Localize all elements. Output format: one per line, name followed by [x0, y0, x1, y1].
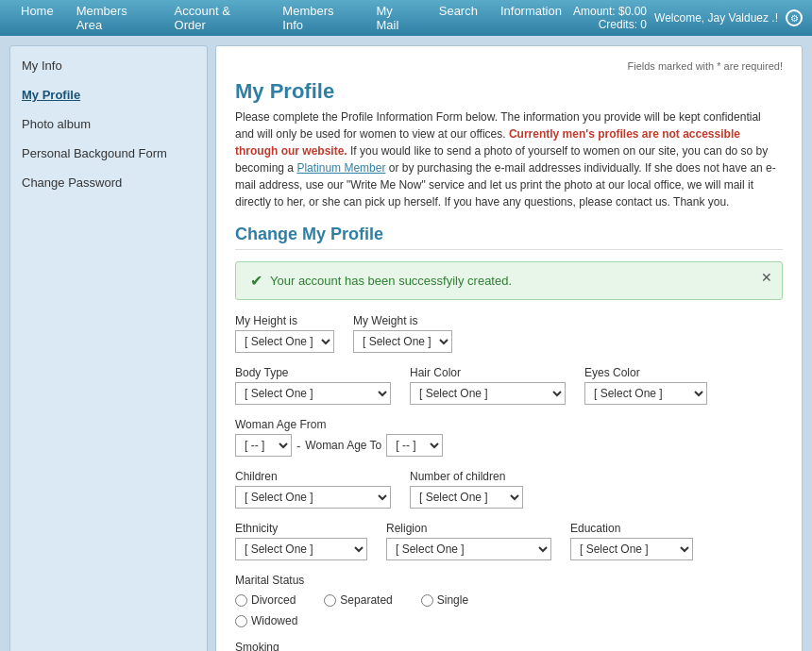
num-children-label: Number of children: [410, 470, 523, 483]
age-range-row: Woman Age From [ -- ] 18202530 35404550 …: [235, 418, 783, 457]
ethnicity-group: Ethnicity [ Select One ] AsianBlackHispa…: [235, 522, 367, 560]
marital-divorced[interactable]: Divorced: [235, 593, 296, 607]
section-title: Change My Profile: [235, 225, 783, 250]
children-group: Children [ Select One ] YesNo: [235, 470, 391, 509]
age-to-select[interactable]: [ -- ] 18202530 35404550: [386, 434, 443, 457]
religion-label: Religion: [386, 522, 551, 535]
success-text: Your account has been successfyily creat…: [270, 274, 512, 288]
nav-my-mail[interactable]: My Mail: [364, 0, 427, 40]
smoking-row: Smoking Yes No Occasionally: [235, 641, 783, 651]
amount-block: Amount: $0.00 Credits: 0: [573, 5, 647, 31]
hair-color-group: Hair Color [ Select One ] BlackBrownBlon…: [410, 366, 566, 405]
marital-widowed-radio[interactable]: [235, 615, 247, 627]
marital-single-radio[interactable]: [421, 594, 433, 607]
required-note: Fields marked with * are required!: [235, 60, 783, 72]
close-button[interactable]: ✕: [761, 270, 772, 285]
marital-status-row: Marital Status Divorced Separated Single…: [235, 574, 783, 627]
marital-radio-row: Divorced Separated Single: [235, 593, 468, 607]
nav-members-area[interactable]: Members Area: [65, 0, 163, 40]
woman-age-from-label: Woman Age From: [235, 418, 443, 431]
height-group: My Height is [ Select One ] 4'0"4'6"5'0"…: [235, 314, 334, 353]
marital-separated-radio[interactable]: [324, 594, 336, 607]
num-children-select[interactable]: [ Select One ] 12345+: [410, 486, 523, 509]
sidebar-item-my-profile[interactable]: My Profile: [10, 80, 207, 109]
settings-icon[interactable]: ⚙: [786, 9, 803, 26]
marital-status-label: Marital Status: [235, 574, 468, 587]
religion-select[interactable]: [ Select One ] ChristianCatholicMuslimJe…: [386, 538, 551, 560]
amount-label: Amount: $0.00: [573, 5, 647, 18]
marital-widowed[interactable]: Widowed: [235, 614, 468, 627]
ethnicity-select[interactable]: [ Select One ] AsianBlackHispanicWhiteOt…: [235, 538, 367, 560]
ethnicity-label: Ethnicity: [235, 522, 367, 535]
height-select[interactable]: [ Select One ] 4'0"4'6"5'0" 5'6"6'0"6'6": [235, 330, 334, 353]
education-group: Education [ Select One ] High SchoolSome…: [570, 522, 693, 560]
page-title: My Profile: [235, 79, 783, 104]
woman-age-to-label: Woman Age To: [305, 439, 381, 452]
main-content: Fields marked with * are required! My Pr…: [215, 45, 803, 651]
highlight-text: Currently men's profiles are not accessi…: [235, 127, 740, 158]
sidebar: My Info My Profile Photo album Personal …: [9, 45, 208, 651]
nav-right: Amount: $0.00 Credits: 0 Welcome, Jay Va…: [573, 5, 803, 31]
education-select[interactable]: [ Select One ] High SchoolSome CollegeBa…: [570, 538, 693, 560]
smoking-label: Smoking: [235, 641, 456, 651]
num-children-group: Number of children [ Select One ] 12345+: [410, 470, 523, 509]
education-label: Education: [570, 522, 693, 535]
eyes-color-group: Eyes Color [ Select One ] BrownBlueGreen…: [584, 366, 707, 405]
smoking-group: Smoking Yes No Occasionally: [235, 641, 456, 651]
credits-label: Credits: 0: [573, 18, 647, 31]
platinum-link[interactable]: Platinum Member: [296, 161, 385, 175]
success-message: ✔ Your account has been successfyily cre…: [235, 261, 783, 300]
marital-status-group: Marital Status Divorced Separated Single…: [235, 574, 468, 627]
children-select[interactable]: [ Select One ] YesNo: [235, 486, 391, 509]
sidebar-item-change-password[interactable]: Change Password: [10, 168, 207, 197]
religion-group: Religion [ Select One ] ChristianCatholi…: [386, 522, 551, 560]
check-icon: ✔: [250, 272, 262, 290]
age-dash: -: [296, 439, 300, 453]
body-type-group: Body Type [ Select One ] SlimAverageAthl…: [235, 366, 391, 405]
marital-divorced-radio[interactable]: [235, 594, 247, 607]
hair-color-label: Hair Color: [410, 366, 566, 379]
intro-text: Please complete the Profile Information …: [235, 108, 783, 210]
weight-label: My Weight is: [353, 314, 452, 327]
page-wrapper: My Info My Profile Photo album Personal …: [0, 36, 812, 651]
nav-home[interactable]: Home: [9, 0, 65, 40]
nav-links: Home Members Area Account & Order Member…: [9, 0, 573, 40]
marital-separated[interactable]: Separated: [324, 593, 392, 607]
sidebar-item-personal-background[interactable]: Personal Backgound Form: [10, 139, 207, 168]
nav-account-order[interactable]: Account & Order: [163, 0, 272, 40]
sidebar-item-photo-album[interactable]: Photo album: [10, 109, 207, 139]
eyes-color-label: Eyes Color: [584, 366, 707, 379]
age-from-group: Woman Age From [ -- ] 18202530 35404550 …: [235, 418, 443, 457]
sidebar-item-my-info[interactable]: My Info: [10, 51, 207, 80]
children-label: Children: [235, 470, 391, 483]
nav-search[interactable]: Search: [428, 0, 489, 40]
nav-information[interactable]: Information: [489, 0, 573, 40]
marital-single[interactable]: Single: [421, 593, 468, 607]
marital-row2: Widowed: [235, 614, 468, 627]
weight-select[interactable]: [ Select One ] 100 lbs120 lbs140 lbs 160…: [353, 330, 452, 353]
ethnicity-religion-education-row: Ethnicity [ Select One ] AsianBlackHispa…: [235, 522, 783, 560]
children-row: Children [ Select One ] YesNo Number of …: [235, 470, 783, 509]
eyes-color-select[interactable]: [ Select One ] BrownBlueGreenGrayHazel: [584, 382, 707, 405]
height-label: My Height is: [235, 314, 334, 327]
nav-members-info[interactable]: Members Info: [271, 0, 364, 40]
top-navigation: Home Members Area Account & Order Member…: [0, 0, 812, 36]
body-type-label: Body Type: [235, 366, 391, 379]
body-type-select[interactable]: [ Select One ] SlimAverageAthleticHeavy: [235, 382, 391, 405]
age-range-controls: [ -- ] 18202530 35404550 - Woman Age To …: [235, 434, 443, 457]
welcome-label: Welcome, Jay Valduez .!: [654, 11, 778, 25]
age-from-select[interactable]: [ -- ] 18202530 35404550: [235, 434, 292, 457]
height-weight-row: My Height is [ Select One ] 4'0"4'6"5'0"…: [235, 314, 783, 353]
weight-group: My Weight is [ Select One ] 100 lbs120 l…: [353, 314, 452, 353]
hair-color-select[interactable]: [ Select One ] BlackBrownBlondeRedGray: [410, 382, 566, 405]
body-hair-eyes-row: Body Type [ Select One ] SlimAverageAthl…: [235, 366, 783, 405]
